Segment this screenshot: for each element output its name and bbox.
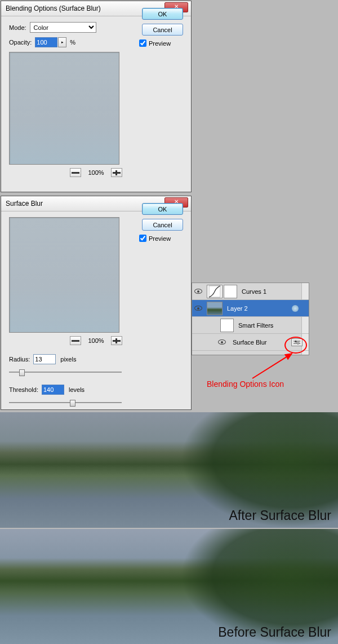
radius-slider[interactable] [9,369,122,376]
layer-row-curves[interactable]: Curves 1 [192,283,309,300]
filter-mask[interactable] [220,319,234,332]
opacity-input[interactable] [35,37,57,47]
zoom-out-button[interactable] [70,168,81,177]
zoom-in-button[interactable] [111,168,122,177]
blending-options-dialog: Blending Options (Surface Blur) ✕ Mode: … [1,1,192,192]
filter-row-surface-blur[interactable]: Surface Blur [192,334,309,351]
smart-filters-label: Smart Filters [238,322,273,329]
threshold-unit: levels [69,386,84,393]
annotation-text: Blending Options Icon [207,380,284,389]
visibility-toggle[interactable] [192,289,204,294]
eye-icon [218,339,226,345]
eye-icon [194,289,202,294]
radius-unit: pixels [60,356,76,363]
zoom-in-button[interactable] [111,336,122,345]
layer-row-layer2[interactable]: Layer 2 [192,300,309,317]
preview-checkbox-row[interactable]: Preview [139,39,183,47]
preview-label: Preview [149,235,171,242]
adjustment-thumbnail[interactable] [207,285,223,298]
cancel-button[interactable]: Cancel [142,219,183,231]
threshold-label: Threshold: [9,386,38,393]
after-label: After Surface Blur [229,508,331,523]
smart-object-icon [292,305,299,312]
mode-label: Mode: [9,24,26,31]
zoom-level: 100% [88,337,104,344]
layer-thumbnail[interactable] [207,302,223,315]
preview-checkbox[interactable] [139,235,146,242]
layer-mask[interactable] [224,285,237,298]
cancel-button[interactable]: Cancel [142,24,183,36]
opacity-spinner[interactable]: ▸ [58,37,66,47]
threshold-slider[interactable] [9,399,122,406]
radius-input[interactable] [33,354,56,364]
eye-icon [194,306,202,311]
zoom-out-button[interactable] [70,336,81,345]
mode-select[interactable]: Color [30,22,96,33]
blending-options-icon[interactable] [291,338,303,346]
after-image: After Surface Blur [0,412,338,528]
filter-name: Surface Blur [233,339,267,346]
surface-blur-dialog: Surface Blur ✕ 100% Radius: pixels Thres… [1,196,192,410]
ok-button[interactable]: OK [142,203,183,215]
preview-area[interactable] [9,217,119,333]
zoom-level: 100% [88,169,104,176]
dialog-title: Blending Options (Surface Blur) [6,5,101,12]
before-image: Before Surface Blur [0,529,338,644]
layer-name: Layer 2 [227,305,248,312]
preview-checkbox[interactable] [139,39,146,47]
curves-icon [208,285,221,298]
preview-checkbox-row[interactable]: Preview [139,235,183,242]
preview-label: Preview [149,40,171,47]
threshold-input[interactable] [42,385,64,395]
dialog-title: Surface Blur [6,200,43,208]
visibility-toggle[interactable] [216,339,228,345]
preview-area[interactable] [9,52,119,165]
smart-filters-row[interactable]: Smart Filters [192,317,309,334]
visibility-toggle[interactable] [192,306,204,311]
ok-button[interactable]: OK [142,8,183,20]
before-label: Before Surface Blur [218,625,331,640]
opacity-unit: % [70,39,75,46]
layer-name: Curves 1 [242,288,266,295]
opacity-label: Opacity: [9,39,32,46]
layers-panel: Curves 1 Layer 2 Smart Filters Surface B… [192,283,309,355]
svg-line-5 [252,354,292,378]
radius-label: Radius: [9,356,30,363]
